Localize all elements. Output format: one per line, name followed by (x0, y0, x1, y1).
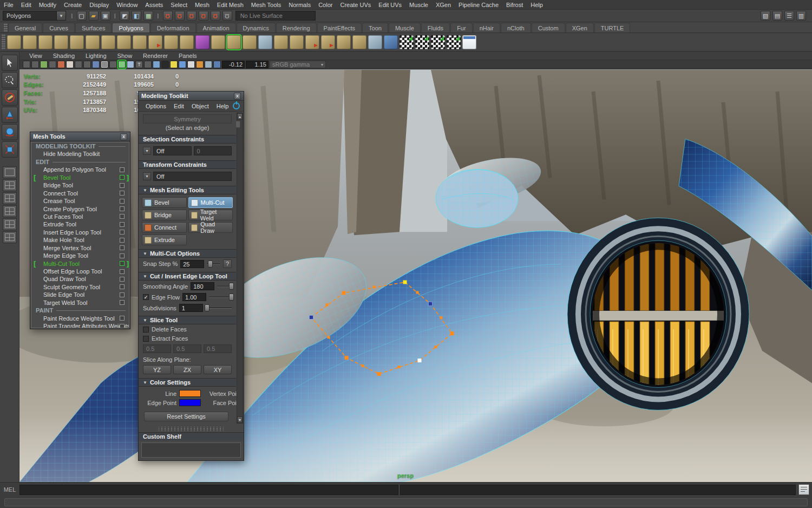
custom-shelf-header[interactable]: Custom Shelf (139, 432, 244, 441)
bevel-icon[interactable] (321, 35, 335, 49)
tool-options-checkbox[interactable] (120, 238, 125, 243)
grease-pencil-icon[interactable] (57, 61, 65, 68)
poly-torus-icon[interactable] (86, 35, 100, 49)
mesh-tool-item[interactable]: [ Merge Vertex Tool ] (31, 244, 129, 252)
mesh-tool-item[interactable]: [ Paint Reduce Weights Tool ] (31, 315, 129, 322)
slice-plane-button[interactable]: YZ (143, 365, 171, 374)
show-modeling-toolkit-icon[interactable]: ▧ (761, 11, 770, 21)
menu-item[interactable]: Bifrost (502, 2, 527, 8)
bookmark-icon[interactable] (40, 61, 48, 68)
shelf-tab[interactable]: Surfaces (75, 23, 112, 32)
menu-item[interactable]: Color (315, 2, 336, 8)
mesh-editing-tool-button[interactable]: Quad Draw (188, 222, 233, 233)
mesh-tool-item[interactable]: [ MODELING TOOLKIT ] (31, 142, 129, 150)
snap-step-field[interactable]: 25 (180, 260, 204, 268)
tool-options-checkbox[interactable] (120, 253, 125, 258)
transform-constraints-header[interactable]: Transform Constraints (139, 160, 236, 169)
tool-options-checkbox[interactable] (120, 261, 125, 266)
fill-hole-icon[interactable] (274, 35, 288, 49)
uv-layout-icon[interactable] (431, 35, 445, 49)
slider-thumb[interactable] (208, 260, 213, 268)
slice-offset-field[interactable]: 0.5 (204, 344, 232, 353)
menu-item[interactable]: Create UVs (336, 2, 375, 8)
booleans-icon[interactable] (195, 35, 209, 49)
poly-cone-icon[interactable] (54, 35, 68, 49)
color-management-dropdown[interactable]: sRGB gamma ▾ (270, 61, 326, 68)
shelf-tab[interactable]: Fluids (421, 23, 450, 32)
selection-constraint-secondary[interactable]: 0 (194, 146, 232, 155)
tool-options-checkbox[interactable] (120, 324, 125, 328)
mesh-tool-item[interactable]: [ Extrude Tool ] (31, 220, 129, 228)
custom-shelf-area[interactable] (141, 442, 241, 458)
offset-edge-loop-icon[interactable] (368, 35, 382, 49)
mesh-tool-item[interactable]: [ Cut Faces Tool ] (31, 213, 129, 220)
snap-to-point-icon[interactable]: Ω (187, 11, 197, 21)
textured-t-icon[interactable]: T (135, 61, 143, 68)
shelf-tab[interactable]: XGen (566, 23, 594, 32)
drag-handle[interactable] (159, 427, 224, 431)
mesh-tool-item[interactable]: [ Merge Edge Tool ] (31, 252, 129, 259)
show-channel-box-icon[interactable]: ▥ (796, 11, 806, 21)
tool-options-checkbox[interactable] (120, 214, 125, 219)
mesh-tool-item[interactable]: [ EDIT ] (31, 158, 129, 166)
slice-offset-field[interactable]: 0.5 (143, 344, 171, 353)
checker-ball-icon[interactable] (161, 61, 169, 68)
persp-graph-layout-button[interactable] (3, 205, 17, 217)
single-pane-layout-button[interactable] (3, 166, 17, 178)
symmetry-button[interactable]: Symmetry (143, 114, 232, 123)
shadows-icon[interactable] (187, 61, 195, 68)
persp-uv-layout-button[interactable] (3, 231, 17, 243)
multisample-icon[interactable] (205, 61, 212, 68)
slider-thumb[interactable] (205, 304, 209, 311)
shade-wireframe-icon[interactable] (83, 61, 91, 68)
mesh-tool-item[interactable]: [ Paint Transfer Attributes Weights Tool… (31, 322, 129, 328)
drag-handle[interactable] (4, 23, 8, 31)
smooth-shade-icon[interactable] (92, 61, 100, 68)
menu-item[interactable]: Select (167, 2, 191, 8)
tool-options-checkbox[interactable] (120, 199, 125, 204)
slider-thumb[interactable] (229, 294, 234, 301)
image-plane-icon[interactable] (49, 61, 56, 68)
select-component-icon[interactable]: ▦ (143, 11, 153, 21)
menu-item[interactable]: Normals (285, 2, 315, 8)
multi-cut-shelf-icon[interactable] (227, 35, 241, 49)
shelf-tab[interactable]: Dynamics (237, 23, 276, 32)
tool-options-checkbox[interactable] (120, 284, 125, 289)
mesh-tool-item[interactable]: [ Connect Tool ] (31, 190, 129, 197)
panel-menu-item[interactable]: Lighting (81, 53, 111, 59)
panel-menu-item[interactable]: Shading (49, 53, 79, 59)
menu-item[interactable]: Edit UVs (375, 2, 405, 8)
menu-item[interactable]: Muscle (405, 2, 432, 8)
shelf-tab[interactable]: Fur (450, 23, 473, 32)
power-toggle-icon[interactable] (233, 102, 240, 109)
menu-item[interactable]: Create (60, 2, 86, 8)
panel-menu-item[interactable]: View (25, 53, 47, 59)
mesh-tool-item[interactable]: [ Sculpt Geometry Tool ] (31, 283, 129, 291)
edge-flow-slider[interactable] (209, 294, 232, 301)
menu-item[interactable]: Edit (17, 2, 35, 8)
scrollbar-thumb[interactable] (235, 121, 240, 128)
transform-constraint-value[interactable]: Off (153, 172, 232, 181)
uv-checker-icon[interactable] (400, 35, 414, 49)
camera-attributes-icon[interactable] (31, 61, 39, 68)
scrollbar[interactable]: ▲ ▼ (237, 113, 243, 424)
color-swatch[interactable] (179, 399, 201, 406)
mesh-tool-item[interactable]: [ Crease Tool ] (31, 197, 129, 205)
panel-menu-item[interactable]: Show (113, 53, 137, 59)
smoothing-angle-field[interactable]: 180 (191, 282, 214, 290)
shelf-tab[interactable]: Polygons (112, 23, 149, 32)
mesh-tool-item[interactable]: [ PAINT ] (31, 307, 129, 314)
tool-options-checkbox[interactable] (120, 183, 125, 188)
default-material-icon[interactable] (127, 61, 134, 68)
toolkit-menu-item[interactable]: Object (188, 103, 212, 109)
snap-to-projected-center-icon[interactable]: Ω (199, 11, 208, 21)
mesh-editing-tools-header[interactable]: ▼ Mesh Editing Tools (139, 186, 236, 194)
slice-plane-button[interactable]: ZX (173, 365, 201, 374)
shelf-tab[interactable]: Deformation (150, 23, 196, 32)
tool-options-checkbox[interactable] (120, 277, 125, 282)
persp-outliner-layout-button[interactable] (3, 192, 17, 204)
poly-cylinder-icon[interactable] (38, 35, 53, 49)
poly-platonic-icon[interactable] (133, 35, 147, 49)
append-to-polygon-icon[interactable] (243, 35, 257, 49)
mesh-tool-item[interactable]: [ Create Polygon Tool ] (31, 205, 129, 213)
